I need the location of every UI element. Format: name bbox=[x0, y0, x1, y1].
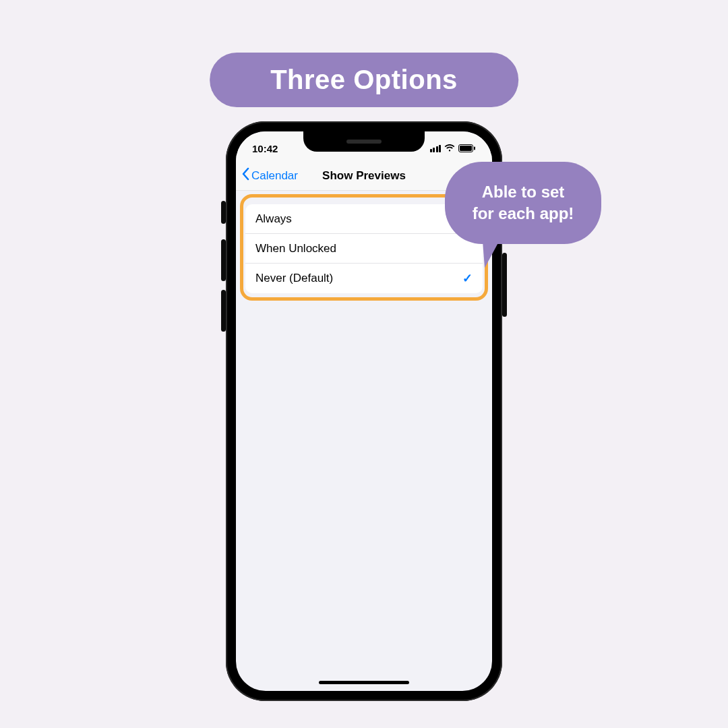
status-icons bbox=[430, 140, 477, 152]
callout-bubble: Able to set for each app! bbox=[445, 162, 601, 244]
back-label: Calendar bbox=[251, 169, 298, 183]
svg-rect-1 bbox=[460, 146, 472, 151]
option-label: Never (Default) bbox=[255, 272, 333, 285]
svg-rect-2 bbox=[474, 147, 475, 150]
volume-up-button bbox=[221, 239, 226, 281]
option-label: When Unlocked bbox=[255, 242, 336, 255]
volume-down-button bbox=[221, 290, 226, 332]
cellular-icon bbox=[430, 145, 442, 152]
power-button bbox=[502, 253, 507, 317]
wifi-icon bbox=[444, 144, 455, 152]
callout-line-1: Able to set bbox=[482, 183, 565, 201]
option-never[interactable]: Never (Default) ✓ bbox=[245, 264, 483, 293]
mute-switch bbox=[221, 201, 226, 224]
back-button[interactable]: Calendar bbox=[236, 167, 298, 184]
battery-icon bbox=[458, 144, 476, 152]
checkmark-icon: ✓ bbox=[462, 271, 473, 286]
page-title-text: Three Options bbox=[270, 65, 458, 94]
option-label: Always bbox=[255, 212, 292, 226]
callout-line-2: for each app! bbox=[473, 204, 574, 222]
option-when-unlocked[interactable]: When Unlocked bbox=[245, 234, 483, 264]
home-indicator[interactable] bbox=[319, 681, 409, 684]
callout-text: Able to set for each app! bbox=[473, 181, 574, 225]
chevron-left-icon bbox=[241, 167, 249, 184]
status-time: 10:42 bbox=[252, 139, 278, 154]
speaker bbox=[346, 140, 382, 144]
notch bbox=[303, 131, 425, 152]
page-title-pill: Three Options bbox=[210, 53, 518, 107]
